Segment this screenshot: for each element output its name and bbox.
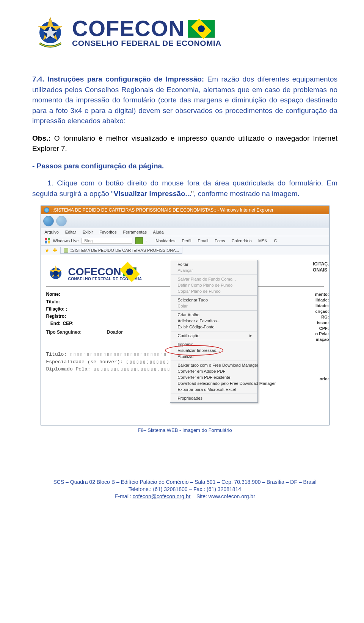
ie-menu-bar: Arquivo Editar Exibir Favoritos Ferramen… bbox=[41, 228, 329, 236]
menu-atualizar[interactable]: Atualizar bbox=[170, 353, 257, 359]
mono-espec: Especialidade (se houver): bbox=[46, 359, 123, 365]
brand-subtitle: CONSELHO FEDERAL DE ECONOMIA bbox=[72, 39, 221, 48]
right-cut-top: ICITAÇ. ONAIS bbox=[313, 261, 329, 273]
mini-flag-icon bbox=[123, 267, 136, 276]
right-cut-bottom: orio: bbox=[320, 377, 329, 381]
add-favorite-icon[interactable]: ✚ bbox=[53, 247, 57, 253]
tab-title: ::SISTEMA DE PEDIDO DE CARTEIRAS PROFISS… bbox=[70, 248, 179, 253]
menu-add-favoritos[interactable]: Adicionar a Favoritos... bbox=[170, 318, 257, 324]
menu-visualizar-impressao[interactable]: Visualizar Impressão... bbox=[170, 347, 257, 353]
menu-ajuda[interactable]: Ajuda bbox=[153, 230, 163, 234]
favorites-star-icon[interactable]: ★ bbox=[45, 247, 50, 253]
right-cut-fields: mento: lidade: lidade: crição: RG: issao… bbox=[315, 292, 329, 342]
search-go-button[interactable] bbox=[135, 237, 143, 244]
footer-line-3: E-mail: cofecon@cofecon.org.br – Site: w… bbox=[32, 493, 337, 500]
obs-text: O formulário é melhor visualizado e impr… bbox=[32, 134, 337, 153]
menu-conv-adobe[interactable]: Converter em Adobe PDF bbox=[170, 368, 257, 374]
menu-arquivo[interactable]: Arquivo bbox=[45, 230, 59, 234]
brazil-flag-icon bbox=[188, 20, 215, 38]
page-footer: SCS – Quadra 02 Bloco B – Edifício Palác… bbox=[32, 479, 337, 500]
menu-ferramentas[interactable]: Ferramentas bbox=[123, 230, 147, 234]
field-tipo: Tipo Sanguíneo: bbox=[46, 330, 82, 335]
mini-coat-of-arms-icon bbox=[46, 264, 65, 283]
coat-of-arms-icon bbox=[32, 15, 68, 51]
section-heading: 7.4. Instruções para configuração de Imp… bbox=[32, 75, 204, 83]
menu-dl-sel-fdm[interactable]: Download selecionado pelo Free Download … bbox=[170, 380, 257, 386]
windows-live-icon bbox=[45, 238, 50, 243]
obs-label: Obs.: bbox=[32, 134, 51, 142]
inner-brand: COFECON bbox=[68, 267, 121, 276]
ie-tab-row: ★ ✚ ::SISTEMA DE PEDIDO DE CARTEIRAS PRO… bbox=[41, 246, 329, 255]
footer-email-link[interactable]: cofecon@cofecon.org.br bbox=[133, 493, 191, 499]
menu-exibir[interactable]: Exibir bbox=[83, 230, 93, 234]
link-email[interactable]: Email bbox=[198, 239, 209, 243]
menu-voltar[interactable]: Voltar bbox=[170, 261, 257, 267]
windows-live-label: Windows Live bbox=[53, 239, 79, 243]
link-msn[interactable]: MSN bbox=[258, 239, 267, 243]
menu-exp-excel[interactable]: Exportar para o Microsoft Excel bbox=[170, 386, 257, 392]
toolbar-links: Novidades Perfil Email Fotos Calendário … bbox=[150, 239, 277, 243]
footer-line-2: Telefone.: (61) 32081800 – Fax.: (61) 32… bbox=[32, 486, 337, 493]
menu-propriedades[interactable]: Propriedades bbox=[170, 395, 257, 401]
link-calendario[interactable]: Calendário bbox=[232, 239, 252, 243]
ie-icon bbox=[44, 207, 49, 213]
link-fotos[interactable]: Fotos bbox=[215, 239, 225, 243]
menu-avancar: Avançar bbox=[170, 267, 257, 273]
menu-selecionar-tudo[interactable]: Selecionar Tudo bbox=[170, 297, 257, 303]
mono-diplomado: Diplomado Pela: bbox=[46, 366, 91, 372]
tab-favicon-icon bbox=[64, 248, 68, 253]
menu-baixar-fdm[interactable]: Baixar tudo com o Free Download Manager bbox=[170, 362, 257, 368]
menu-definir-fundo: Definir Como Plano de Fundo bbox=[170, 282, 257, 288]
section-7-4-paragraph: 7.4. Instruções para configuração de Imp… bbox=[32, 74, 337, 126]
ie-window-screenshot: ::SISTEMA DE PEDIDO DE CARTEIRAS PROFISS… bbox=[41, 206, 329, 425]
menu-favoritos[interactable]: Favoritos bbox=[99, 230, 116, 234]
context-menu: Voltar Avançar Salvar Plano de Fundo Com… bbox=[170, 260, 258, 403]
figure-caption: F8– Sistema WEB - Imagem do Formulário bbox=[32, 427, 337, 433]
step-1-bold: Visualizar Impressão... bbox=[114, 190, 191, 198]
step-1: 1. Clique com o botão direito do mouse f… bbox=[32, 178, 337, 199]
link-c[interactable]: C bbox=[274, 239, 277, 243]
field-cep: CEP: bbox=[63, 320, 74, 327]
obs-paragraph: Obs.: O formulário é melhor visualizado … bbox=[32, 133, 337, 154]
passos-heading: - Passos para configuração da página. bbox=[32, 161, 337, 171]
submenu-arrow-icon: ▶ bbox=[249, 334, 252, 337]
menu-editar[interactable]: Editar bbox=[65, 230, 76, 234]
link-perfil[interactable]: Perfil bbox=[182, 239, 191, 243]
menu-codificacao[interactable]: Codificação▶ bbox=[170, 333, 257, 339]
menu-salvar-fundo: Salvar Plano de Fundo Como... bbox=[170, 276, 257, 282]
brand-name: COFECON bbox=[72, 19, 185, 38]
ie-page-content: ICITAÇ. ONAIS COFECON CONSELHO FEDERAL D… bbox=[41, 255, 329, 425]
menu-copiar-fundo: Copiar Plano de Fundo bbox=[170, 288, 257, 294]
field-doador: Doador bbox=[107, 330, 123, 335]
ie-titlebar: ::SISTEMA DE PEDIDO DE CARTEIRAS PROFISS… bbox=[41, 206, 329, 214]
footer-line-1: SCS – Quadra 02 Bloco B – Edifício Palác… bbox=[32, 479, 337, 486]
menu-colar: Colar bbox=[170, 303, 257, 309]
menu-imprimir[interactable]: Imprimir... bbox=[170, 341, 257, 347]
menu-conv-exist[interactable]: Converter em PDF existente bbox=[170, 374, 257, 380]
ie-window-title: ::SISTEMA DE PEDIDO DE CARTEIRAS PROFISS… bbox=[52, 207, 274, 213]
mono-titulo: Título: bbox=[46, 352, 67, 357]
ie-nav-row bbox=[41, 214, 329, 228]
browser-tab[interactable]: ::SISTEMA DE PEDIDO DE CARTEIRAS PROFISS… bbox=[60, 247, 183, 254]
cofecon-text: COFECON CONSELHO FEDERAL DE ECONOMIA bbox=[72, 19, 221, 47]
step-1-text-b: , conforme mostrado na imagem. bbox=[194, 190, 300, 198]
ie-toolbar-row: Windows Live Bing · Novidades Perfil Ema… bbox=[41, 236, 329, 246]
back-button-icon[interactable] bbox=[43, 216, 54, 226]
field-end: End: bbox=[46, 320, 61, 327]
cofecon-header: COFECON CONSELHO FEDERAL DE ECONOMIA bbox=[32, 15, 337, 51]
menu-exibir-fonte[interactable]: Exibir Código-Fonte bbox=[170, 324, 257, 330]
bing-search-input[interactable]: Bing bbox=[82, 238, 132, 244]
menu-criar-atalho[interactable]: Criar Atalho bbox=[170, 312, 257, 318]
forward-button-icon[interactable] bbox=[56, 216, 67, 226]
link-novidades[interactable]: Novidades bbox=[155, 239, 175, 243]
step-1-number: 1. bbox=[47, 179, 53, 187]
svg-point-5 bbox=[53, 271, 58, 276]
